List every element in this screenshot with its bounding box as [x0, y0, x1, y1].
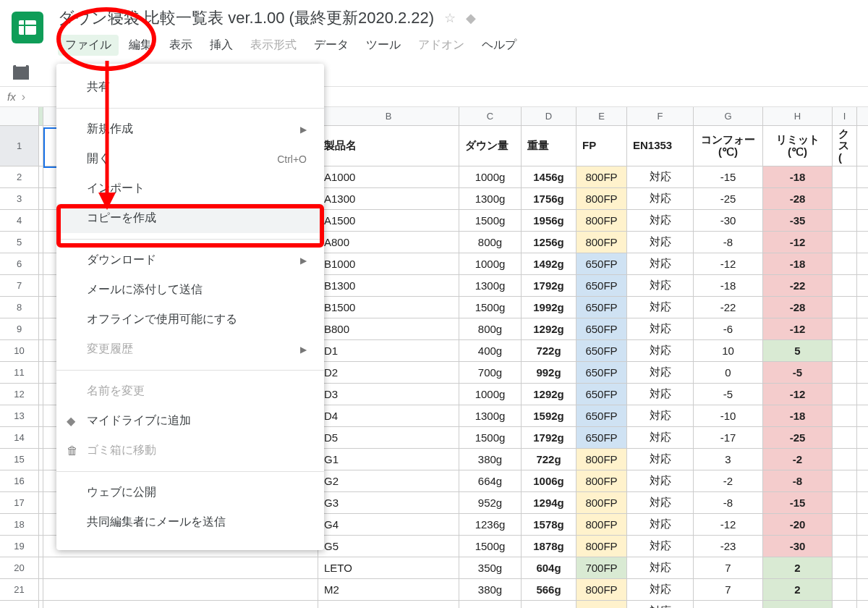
col-header-c[interactable]: C	[459, 107, 522, 125]
cell-fp[interactable]: 650FP	[576, 405, 627, 426]
cell-fp[interactable]: 800FP	[576, 470, 627, 491]
cell-weight[interactable]: 992g	[522, 362, 576, 383]
cell-limit[interactable]: -15	[763, 492, 833, 513]
menu-edit[interactable]: 編集	[122, 35, 159, 56]
cell-product-name[interactable]: M2	[318, 579, 459, 600]
cell-en1353[interactable]: 対応	[627, 340, 694, 361]
header-product-name[interactable]: 製品名	[318, 126, 459, 166]
row-number[interactable]: 10	[0, 340, 39, 361]
cell-product-name[interactable]: G2	[318, 470, 459, 491]
cell-limit[interactable]: -35	[763, 210, 833, 231]
cell-extra[interactable]	[833, 384, 857, 405]
row-number[interactable]: 5	[0, 232, 39, 253]
menu-item-rename[interactable]: 名前を変更	[56, 376, 324, 406]
cell-comfort[interactable]: 4	[694, 601, 763, 608]
cell-product-name[interactable]: A1000	[318, 166, 459, 187]
cell-product-name[interactable]: M3	[318, 601, 459, 608]
cell-en1353[interactable]: 対応	[627, 362, 694, 383]
header-limit[interactable]: リミット (℃)	[763, 126, 833, 166]
cell-comfort[interactable]: -12	[694, 514, 763, 535]
menu-item-import[interactable]: インポート	[56, 174, 324, 203]
menu-item-history[interactable]: 変更履歴▶	[56, 334, 324, 364]
menu-file[interactable]: ファイル	[58, 35, 119, 56]
row-number[interactable]: 20	[0, 557, 39, 578]
col-header-g[interactable]: G	[694, 107, 763, 125]
cell-fp[interactable]: 650FP	[576, 318, 627, 339]
cell-en1353[interactable]: 対応	[627, 318, 694, 339]
cell-comfort[interactable]: -23	[694, 536, 763, 557]
menu-item-open[interactable]: 開くCtrl+O	[56, 144, 324, 174]
row-number[interactable]: 13	[0, 405, 39, 426]
cell-down-amount[interactable]: 1000g	[459, 166, 522, 187]
cell-down-amount[interactable]: 1300g	[459, 188, 522, 209]
cell-en1353[interactable]: 対応	[627, 297, 694, 318]
cell-extra[interactable]	[833, 579, 857, 600]
row-number[interactable]: 11	[0, 362, 39, 383]
cell-product-name[interactable]: B1000	[318, 253, 459, 274]
cell-product-name[interactable]: B1300	[318, 275, 459, 296]
cell-fp[interactable]: 700FP	[576, 557, 627, 578]
cell-extra[interactable]	[833, 514, 857, 535]
cell-extra[interactable]	[833, 492, 857, 513]
document-title[interactable]: ダウン寝袋 比較一覧表 ver.1.00 (最終更新2020.2.22)	[58, 7, 434, 29]
cell-comfort[interactable]: -2	[694, 470, 763, 491]
cell-limit[interactable]: -30	[763, 536, 833, 557]
header-fp[interactable]: FP	[576, 126, 627, 166]
cell-product-name[interactable]: G4	[318, 514, 459, 535]
header-extra[interactable]: クス (	[833, 126, 857, 166]
cell-en1353[interactable]: 対応	[627, 449, 694, 470]
menu-help[interactable]: ヘルプ	[475, 35, 524, 56]
cell-weight[interactable]: 1992g	[522, 297, 576, 318]
row-number[interactable]: 14	[0, 427, 39, 448]
cell-product-name[interactable]: D1	[318, 340, 459, 361]
row-number[interactable]: 21	[0, 579, 39, 600]
cell-en1353[interactable]: 対応	[627, 405, 694, 426]
cell-product-name[interactable]: D3	[318, 384, 459, 405]
cell-extra[interactable]	[833, 362, 857, 383]
cell-en1353[interactable]: 対応	[627, 470, 694, 491]
cell-weight[interactable]: 960g	[522, 601, 576, 608]
cell-down-amount[interactable]: 350g	[459, 557, 522, 578]
cell-extra[interactable]	[833, 449, 857, 470]
cell-extra[interactable]	[833, 232, 857, 253]
cell-product-name[interactable]: LETO	[318, 557, 459, 578]
cell-limit[interactable]: -18	[763, 253, 833, 274]
col-header-h[interactable]: H	[763, 107, 833, 125]
cell-comfort[interactable]: -6	[694, 318, 763, 339]
star-icon[interactable]: ☆	[444, 10, 456, 26]
cell-en1353[interactable]: 対応	[627, 210, 694, 231]
col-header-f[interactable]: F	[627, 107, 694, 125]
menu-data[interactable]: データ	[307, 35, 356, 56]
cell-weight[interactable]: 1456g	[522, 166, 576, 187]
cell-limit[interactable]: -12	[763, 384, 833, 405]
cell-down-amount[interactable]: 400g	[459, 340, 522, 361]
cell-down-amount[interactable]: 1000g	[459, 384, 522, 405]
cell-weight[interactable]: 1878g	[522, 536, 576, 557]
cell-down-amount[interactable]: 664g	[459, 470, 522, 491]
cell-fp[interactable]: 800FP	[576, 601, 627, 608]
cell-down-amount[interactable]: 952g	[459, 492, 522, 513]
cell-down-amount[interactable]: 800g	[459, 232, 522, 253]
cell-en1353[interactable]: 対応	[627, 514, 694, 535]
cell-en1353[interactable]: 対応	[627, 188, 694, 209]
cell-weight[interactable]: 1792g	[522, 427, 576, 448]
header-en1353[interactable]: EN1353	[627, 126, 694, 166]
cell-weight[interactable]: 566g	[522, 579, 576, 600]
cell-limit[interactable]: -18	[763, 166, 833, 187]
cell-product-name[interactable]: B800	[318, 318, 459, 339]
cell-comfort[interactable]: 10	[694, 340, 763, 361]
cell-weight[interactable]: 1292g	[522, 318, 576, 339]
cell-weight[interactable]: 1592g	[522, 405, 576, 426]
cell-limit[interactable]: -18	[763, 405, 833, 426]
cell-product-name[interactable]: A1300	[318, 188, 459, 209]
cell-down-amount[interactable]: 1500g	[459, 210, 522, 231]
cell-product-name[interactable]: D2	[318, 362, 459, 383]
cell-en1353[interactable]: 対応	[627, 384, 694, 405]
cell-extra[interactable]	[833, 318, 857, 339]
cell-en1353[interactable]: 対応	[627, 579, 694, 600]
header-weight[interactable]: 重量	[522, 126, 576, 166]
cell-weight[interactable]: 1756g	[522, 188, 576, 209]
cell-down-amount[interactable]: 1500g	[459, 297, 522, 318]
cell-extra[interactable]	[833, 166, 857, 187]
cell-extra[interactable]	[833, 210, 857, 231]
